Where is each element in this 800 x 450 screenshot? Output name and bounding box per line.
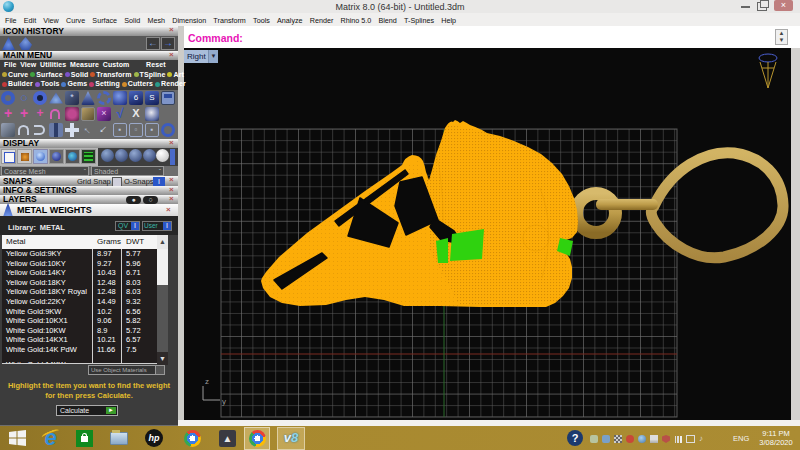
svg-text:z: z: [205, 377, 209, 386]
svg-text:y: y: [222, 397, 226, 406]
